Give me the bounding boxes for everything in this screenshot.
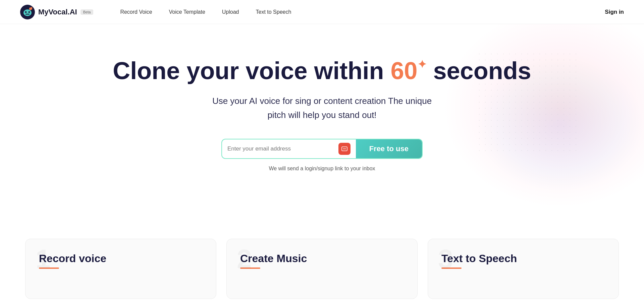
- card-title-create-music: Create Music: [240, 252, 404, 265]
- message-icon: [338, 143, 351, 155]
- svg-point-3: [29, 11, 30, 13]
- sign-in-button[interactable]: Sign in: [605, 9, 624, 15]
- svg-point-1: [23, 9, 32, 16]
- svg-rect-4: [25, 14, 30, 15]
- email-input-wrapper: [222, 139, 356, 158]
- svg-point-2: [25, 11, 27, 13]
- hero-title-part1: Clone your voice within: [113, 57, 390, 84]
- nav-upload[interactable]: Upload: [222, 9, 239, 15]
- logo-area[interactable]: MyVocal.AI Beta: [20, 5, 93, 19]
- nav-text-to-speech[interactable]: Text to Speech: [256, 9, 291, 15]
- free-to-use-button[interactable]: Free to use: [356, 139, 422, 158]
- email-form: Free to use: [221, 139, 423, 159]
- logo-text: MyVocal.AI: [38, 8, 77, 16]
- hero-number: 60: [390, 57, 417, 84]
- hero-section: Clone your voice within 60✦ seconds Use …: [0, 24, 644, 232]
- feature-cards-section: 1 Record voice 2 Create Music 3 Text to …: [0, 239, 644, 299]
- card-record-voice[interactable]: 1 Record voice: [25, 239, 216, 299]
- header: MyVocal.AI Beta Record Voice Voice Templ…: [0, 0, 644, 24]
- beta-badge: Beta: [80, 9, 94, 15]
- email-input[interactable]: [227, 139, 335, 158]
- hero-subtitle: Use your AI voice for sing or content cr…: [205, 94, 439, 122]
- svg-point-5: [29, 7, 32, 10]
- helper-text: We will send a login/signup link to your…: [7, 166, 637, 172]
- svg-rect-6: [32, 7, 32, 9]
- hero-title: Clone your voice within 60✦ seconds: [7, 58, 637, 84]
- hero-title-part2: seconds: [427, 57, 531, 84]
- logo-icon: [20, 5, 35, 19]
- svg-point-8: [343, 148, 343, 149]
- main-nav: Record Voice Voice Template Upload Text …: [120, 9, 605, 15]
- nav-voice-template[interactable]: Voice Template: [169, 9, 205, 15]
- card-text-to-speech[interactable]: 3 Text to Speech: [428, 239, 619, 299]
- card-create-music[interactable]: 2 Create Music: [226, 239, 418, 299]
- card-title-text-to-speech: Text to Speech: [441, 252, 605, 265]
- nav-record-voice[interactable]: Record Voice: [120, 9, 152, 15]
- sparkle-icon: ✦: [418, 58, 427, 70]
- card-title-record-voice: Record voice: [39, 252, 203, 265]
- svg-point-10: [345, 148, 345, 149]
- svg-point-9: [344, 148, 344, 149]
